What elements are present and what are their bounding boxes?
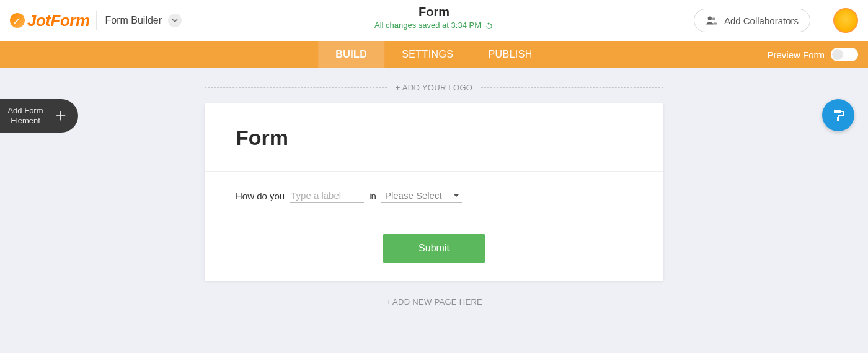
dashed-line [491, 302, 663, 302]
app-header: JotForm Form Builder Form All changes sa… [0, 0, 868, 41]
header-right: Add Collaborators [694, 7, 858, 34]
user-avatar[interactable] [833, 8, 858, 33]
question-prefix: How do you [236, 191, 285, 201]
tab-build[interactable]: BUILD [318, 41, 384, 68]
question-select[interactable]: Please Select [381, 189, 462, 203]
add-element-label: Add Form Element [6, 106, 45, 125]
select-placeholder: Please Select [385, 190, 442, 201]
toggle-knob [832, 49, 843, 60]
logo-pencil-icon [10, 13, 25, 28]
divider [96, 11, 97, 30]
builder-canvas: + ADD YOUR LOGO Form How do you in Pleas… [0, 68, 868, 353]
undo-history-icon[interactable] [485, 21, 494, 30]
dashed-line [205, 87, 387, 88]
header-center: Form All changes saved at 3:34 PM [374, 5, 494, 30]
form-heading: Form [236, 126, 632, 150]
form-card: Form How do you in Please Select Submit [205, 103, 663, 281]
autosave-status: All changes saved at 3:34 PM [374, 20, 494, 30]
question-block[interactable]: How do you in Please Select [205, 172, 663, 219]
form-builder-label: Form Builder [105, 15, 162, 26]
main-nav: BUILD SETTINGS PUBLISH Preview Form [0, 41, 868, 68]
preview-toggle[interactable] [831, 48, 858, 61]
add-form-element-button[interactable]: Add Form Element [0, 99, 78, 133]
preview-label: Preview Form [767, 50, 825, 60]
form-designer-button[interactable] [822, 99, 854, 131]
question-middle: in [369, 191, 376, 201]
add-page-button[interactable]: + ADD NEW PAGE HERE [377, 297, 491, 307]
svg-point-0 [708, 17, 712, 20]
add-collaborators-button[interactable]: Add Collaborators [694, 9, 810, 32]
paint-roller-icon [831, 108, 846, 123]
logo[interactable]: JotForm [10, 11, 90, 30]
svg-rect-2 [834, 110, 841, 113]
tab-publish[interactable]: PUBLISH [471, 41, 549, 68]
collaborators-label: Add Collaborators [724, 15, 799, 26]
tab-settings[interactable]: SETTINGS [384, 41, 471, 68]
logo-text: JotForm [27, 11, 90, 30]
plus-icon [52, 107, 69, 124]
collaborators-icon [706, 15, 718, 25]
form-title[interactable]: Form [374, 5, 494, 19]
submit-row: Submit [205, 219, 663, 281]
caret-down-icon [453, 190, 459, 201]
divider [822, 7, 822, 34]
add-page-row: + ADD NEW PAGE HERE [205, 297, 663, 307]
form-builder-dropdown[interactable] [168, 14, 182, 27]
dashed-line [205, 302, 377, 302]
add-logo-button[interactable]: + ADD YOUR LOGO [387, 83, 482, 92]
dashed-line [481, 87, 663, 88]
question-label-input[interactable] [290, 189, 364, 203]
svg-rect-3 [837, 117, 839, 121]
nav-tabs: BUILD SETTINGS PUBLISH [318, 41, 549, 68]
form-header-block[interactable]: Form [205, 103, 663, 172]
chevron-down-icon [172, 17, 178, 24]
submit-button[interactable]: Submit [383, 234, 485, 263]
add-logo-row: + ADD YOUR LOGO [205, 83, 663, 92]
preview-form-control: Preview Form [767, 48, 868, 61]
svg-point-1 [712, 17, 715, 20]
autosave-text: All changes saved at 3:34 PM [374, 20, 481, 30]
